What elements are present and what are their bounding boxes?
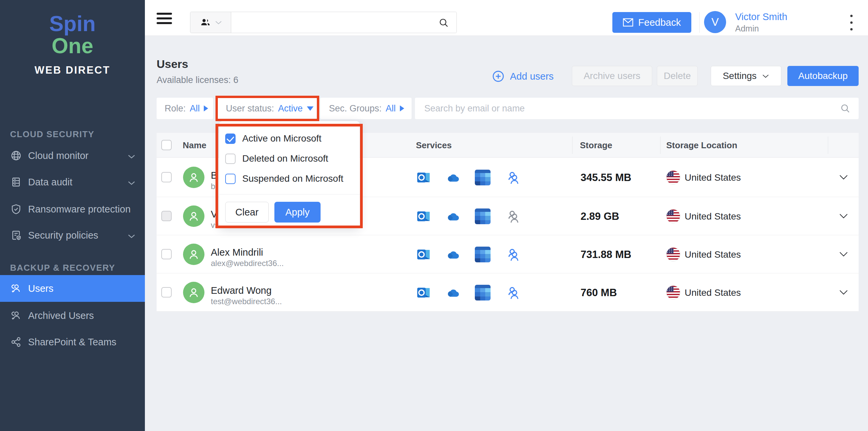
checkbox-icon[interactable]	[225, 154, 236, 164]
sidebar-item-sharepoint-teams[interactable]: SharePoint & Teams	[0, 329, 145, 356]
avatar	[183, 206, 205, 227]
feedback-label: Feedback	[638, 17, 681, 28]
chevron-down-icon	[215, 21, 222, 25]
archive-users-button[interactable]: Archive users	[572, 66, 652, 86]
sharepoint-icon	[475, 170, 491, 185]
column-divider	[660, 136, 660, 154]
column-divider	[828, 136, 828, 154]
user-group-icon	[10, 282, 22, 295]
status-filter-value: Active	[278, 103, 303, 114]
sidebar-item-security-policies[interactable]: Security policies	[0, 222, 145, 249]
option-label: Deleted on Microsoft	[242, 153, 328, 164]
sidebar-item-cloud-monitor[interactable]: Cloud monitor	[0, 142, 145, 169]
user-name-cell: Alex Mindrili	[211, 247, 263, 258]
row-expand-chevron[interactable]	[839, 174, 848, 182]
sidebar-item-archived-users[interactable]: Archived Users	[0, 302, 145, 329]
option-suspended-on-microsoft[interactable]: Suspended on Microsoft	[225, 173, 343, 184]
row-checkbox[interactable]	[161, 249, 172, 259]
clear-button[interactable]: Clear	[225, 202, 269, 222]
policy-document-icon	[10, 229, 22, 241]
us-flag-icon	[666, 170, 680, 184]
sidebar-item-data-audit[interactable]: Data audit	[0, 168, 145, 195]
role-filter[interactable]: Role: All	[157, 98, 213, 119]
search-scope-dropdown[interactable]	[190, 12, 231, 33]
user-group-icon	[10, 310, 22, 321]
chevron-down-icon	[127, 230, 135, 241]
select-all-checkbox[interactable]	[161, 140, 172, 150]
row-expand-chevron[interactable]	[839, 213, 848, 220]
plus-circle-icon	[492, 70, 505, 83]
option-label: Suspended on Microsoft	[242, 173, 343, 184]
triangle-right-icon	[204, 105, 208, 112]
spinone-logo: Spin One	[0, 13, 145, 57]
table-search-input[interactable]	[415, 103, 840, 114]
onedrive-icon	[445, 170, 461, 186]
checkbox-icon[interactable]	[225, 174, 236, 184]
server-icon	[10, 176, 22, 188]
dropdown-divider	[219, 194, 360, 194]
checkbox-icon[interactable]	[225, 133, 236, 144]
user-email-cell: test@webdirect36...	[211, 297, 282, 306]
search-icon	[438, 18, 449, 28]
status-filter-label: User status:	[226, 103, 274, 114]
user-email-cell: alex@webdirect36...	[211, 259, 284, 268]
user-name-cell: Edward Wong	[211, 285, 272, 296]
user-status-filter[interactable]: User status: Active	[218, 98, 316, 119]
feedback-button[interactable]: Feedback	[612, 12, 691, 33]
groups-icon	[506, 209, 521, 224]
section-cloud-security: CLOUD SECURITY	[10, 129, 94, 140]
column-header-services: Services	[416, 133, 452, 158]
onedrive-icon	[445, 209, 461, 225]
user-avatar[interactable]: V	[704, 11, 726, 33]
us-flag-icon	[666, 247, 680, 261]
groups-icon	[506, 285, 521, 301]
add-users-button[interactable]: Add users	[492, 66, 554, 86]
autobackup-button[interactable]: Autobackup	[787, 66, 859, 86]
storage-location-cell: United States	[685, 249, 741, 260]
storage-cell: 731.88 MB	[581, 249, 631, 261]
storage-location-cell: United States	[685, 287, 741, 298]
row-expand-chevron[interactable]	[839, 289, 848, 297]
chevron-down-icon	[762, 74, 769, 78]
avatar	[183, 282, 205, 303]
sidebar-item-label: Ransomware protection	[28, 204, 145, 215]
option-active-on-microsoft[interactable]: Active on Microsoft	[225, 133, 321, 144]
storage-cell: 2.89 GB	[581, 211, 619, 222]
table-row[interactable]: Alex Mindrili alex@webdirect36... 731.88…	[157, 235, 859, 273]
user-status-dropdown: Active on Microsoft Deleted on Microsoft…	[219, 121, 360, 227]
sidebar-item-label: Security policies	[28, 230, 127, 241]
row-expand-chevron[interactable]	[839, 251, 848, 259]
user-name[interactable]: Victor Smith	[735, 11, 787, 23]
delete-button[interactable]: Delete	[657, 66, 698, 86]
row-checkbox[interactable]	[161, 287, 172, 298]
sharepoint-icon	[475, 247, 491, 263]
row-checkbox[interactable]	[161, 211, 172, 221]
settings-button[interactable]: Settings	[711, 66, 781, 86]
avatar	[183, 167, 205, 188]
hamburger-menu-icon[interactable]	[157, 13, 172, 24]
column-header-name: Name	[183, 133, 207, 158]
more-options-icon[interactable]	[847, 14, 861, 33]
page-title: Users	[157, 58, 188, 71]
onedrive-icon	[445, 247, 461, 263]
sidebar-item-label: Archived Users	[28, 310, 145, 321]
sharepoint-icon	[475, 285, 491, 301]
apply-button[interactable]: Apply	[274, 202, 320, 222]
groups-icon	[506, 170, 521, 185]
option-label: Active on Microsoft	[242, 133, 321, 144]
storage-cell: 760 MB	[581, 287, 617, 299]
user-email-cell: vs	[211, 220, 219, 230]
global-search-input[interactable]	[231, 12, 457, 33]
sidebar-item-label: SharePoint & Teams	[28, 337, 145, 348]
spinone-app: Spin One WEB DIRECT CLOUD SECURITY Cloud…	[0, 0, 868, 431]
role-filter-label: Role:	[165, 103, 186, 114]
sidebar-item-label: Cloud monitor	[28, 150, 127, 161]
table-row[interactable]: Edward Wong test@webdirect36... 760 MB U…	[157, 273, 859, 311]
sidebar: Spin One WEB DIRECT CLOUD SECURITY Cloud…	[0, 0, 145, 431]
option-deleted-on-microsoft[interactable]: Deleted on Microsoft	[225, 153, 328, 164]
sidebar-item-ransomware-protection[interactable]: Ransomware protection	[0, 196, 145, 222]
storage-location-cell: United States	[685, 211, 741, 222]
sec-groups-filter[interactable]: Sec. Groups: All	[320, 98, 411, 119]
row-checkbox[interactable]	[161, 172, 172, 182]
sidebar-item-users[interactable]: Users	[0, 275, 145, 302]
